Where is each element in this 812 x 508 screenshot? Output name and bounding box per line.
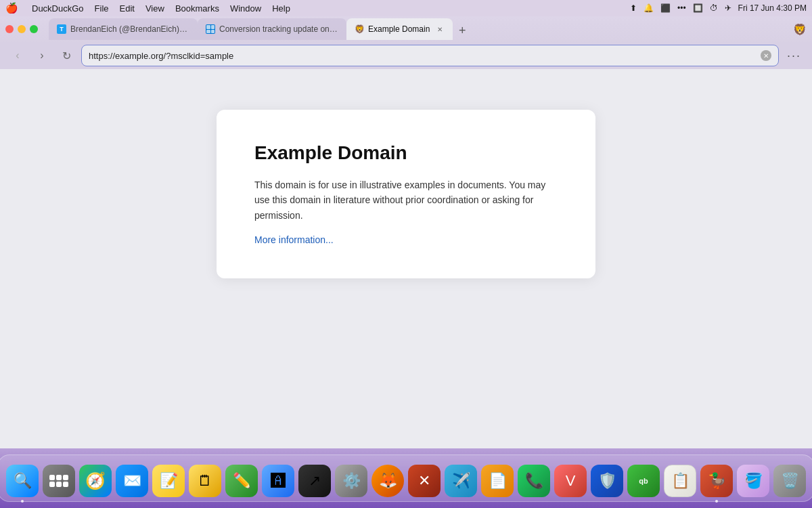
close-window-button[interactable] xyxy=(5,25,14,33)
dock-cursor-icon[interactable]: ↗ xyxy=(298,465,331,497)
edit-menu[interactable]: Edit xyxy=(120,3,135,14)
window-menu[interactable]: Window xyxy=(230,3,261,14)
dock-finder-icon[interactable]: 🔍 xyxy=(6,465,39,497)
dock-systemprefs-icon[interactable]: ⚙️ xyxy=(335,465,367,497)
page-body: This domain is for use in illustrative e… xyxy=(254,177,558,223)
minimize-window-button[interactable] xyxy=(18,25,26,33)
menubar-icon-3: ⬛ xyxy=(660,3,671,13)
tab-bing-favicon xyxy=(206,24,215,34)
tab-brave-favicon: 🦁 xyxy=(355,24,364,34)
menubar-icon-4: ••• xyxy=(677,3,686,13)
url-bar[interactable]: ✕ xyxy=(81,45,779,66)
dock-trash-icon[interactable]: 🗑️ xyxy=(773,465,806,497)
dock-telegram-icon[interactable]: ✈️ xyxy=(445,465,477,497)
twitter-favicon-icon: T xyxy=(57,24,66,34)
dock-duckduckgo-icon[interactable]: 🦆 xyxy=(700,465,733,497)
menubar-icon-6: ⏱ xyxy=(710,3,718,13)
dock-tools-icon[interactable]: ✕ xyxy=(408,465,441,497)
brave-logo-icon: 🦁 xyxy=(793,23,807,36)
tab-example-domain[interactable]: 🦁 Example Domain ✕ xyxy=(346,18,453,40)
dock-notes-icon[interactable]: 📝 xyxy=(152,465,185,497)
dock-vector-icon[interactable]: V xyxy=(554,465,587,497)
menubar-datetime: Fri 17 Jun 4:30 PM xyxy=(738,3,807,13)
fullscreen-window-button[interactable] xyxy=(30,25,38,33)
browser-chrome: T BrendanEich (@BrendanEich) / Tw Conver… xyxy=(0,16,812,69)
tab-example-label: Example Domain xyxy=(368,24,430,34)
menu-bar: 🍎 DuckDuckGo File Edit View Bookmarks Wi… xyxy=(0,0,812,16)
tab-twitter-label: BrendanEich (@BrendanEich) / Tw xyxy=(70,24,189,34)
traffic-lights xyxy=(5,25,38,33)
brave-favicon-icon: 🦁 xyxy=(355,24,365,34)
page-card: Example Domain This domain is for use in… xyxy=(217,110,595,278)
url-input[interactable] xyxy=(89,51,757,61)
dock-caret-icon[interactable]: ✏️ xyxy=(225,465,258,497)
browser-menu-button[interactable]: ··· xyxy=(784,46,804,66)
reload-button[interactable]: ↻ xyxy=(57,46,76,65)
dock-paste-icon[interactable]: 🪣 xyxy=(737,465,769,497)
bookmarks-menu[interactable]: Bookmarks xyxy=(175,3,219,14)
file-menu[interactable]: File xyxy=(95,3,109,14)
dock-qb-icon[interactable]: qb xyxy=(627,465,660,497)
back-button[interactable]: ‹ xyxy=(8,46,27,65)
dock-bitwarden-icon[interactable]: 🛡️ xyxy=(591,465,623,497)
menubar-icon-5: 🔲 xyxy=(693,3,703,13)
menu-bar-right: ⬆ 🔔 ⬛ ••• 🔲 ⏱ ✈ Fri 17 Jun 4:30 PM xyxy=(630,3,807,13)
dock-launchpad-icon[interactable] xyxy=(43,465,75,497)
apple-menu[interactable]: 🍎 xyxy=(5,2,18,14)
clear-url-button[interactable]: ✕ xyxy=(761,50,771,61)
dock-area: 🔍 🧭 ✉️ 📝 🗒 ✏️ � xyxy=(0,448,812,508)
browser-content: Example Domain This domain is for use in… xyxy=(0,69,812,448)
dock-firefox-icon[interactable]: 🦊 xyxy=(371,465,404,497)
dock-whatsapp-icon[interactable]: 📞 xyxy=(518,465,550,497)
dock-safari-icon[interactable]: 🧭 xyxy=(79,465,112,497)
tab-conversion-label: Conversion tracking update on Bi xyxy=(219,24,338,34)
menubar-icon-2: 🔔 xyxy=(644,3,654,13)
dock-pages-icon[interactable]: 📄 xyxy=(481,465,514,497)
tab-bar: T BrendanEich (@BrendanEich) / Tw Conver… xyxy=(0,16,812,42)
new-tab-button[interactable]: + xyxy=(453,21,472,40)
tab-conversion[interactable]: Conversion tracking update on Bi xyxy=(198,18,346,40)
menubar-icon-7: ✈ xyxy=(725,3,731,13)
tab-twitter-favicon: T xyxy=(57,24,66,34)
tabs-container: T BrendanEich (@BrendanEich) / Tw Conver… xyxy=(49,18,788,40)
tab-twitter[interactable]: T BrendanEich (@BrendanEich) / Tw xyxy=(49,18,198,40)
page-title: Example Domain xyxy=(254,142,558,164)
dock-appstore-icon[interactable]: 🅰 xyxy=(262,465,294,497)
dock-notepad-icon[interactable]: 📋 xyxy=(664,465,696,497)
forward-button[interactable]: › xyxy=(32,46,51,65)
view-menu[interactable]: View xyxy=(145,3,164,14)
help-menu[interactable]: Help xyxy=(272,3,290,14)
app-name-menu[interactable]: DuckDuckGo xyxy=(32,3,84,14)
url-bar-row: ‹ › ↻ ✕ ··· xyxy=(0,42,812,69)
dock: 🔍 🧭 ✉️ 📝 🗒 ✏️ � xyxy=(0,454,812,502)
dock-stickies-icon[interactable]: 🗒 xyxy=(189,465,221,497)
close-tab-button[interactable]: ✕ xyxy=(435,24,445,34)
menubar-icon-1: ⬆ xyxy=(630,3,637,13)
more-information-link[interactable]: More information... xyxy=(254,234,334,245)
menu-bar-left: 🍎 DuckDuckGo File Edit View Bookmarks Wi… xyxy=(5,2,290,14)
dock-mail-icon[interactable]: ✉️ xyxy=(116,465,148,497)
bing-favicon-icon xyxy=(206,24,215,34)
